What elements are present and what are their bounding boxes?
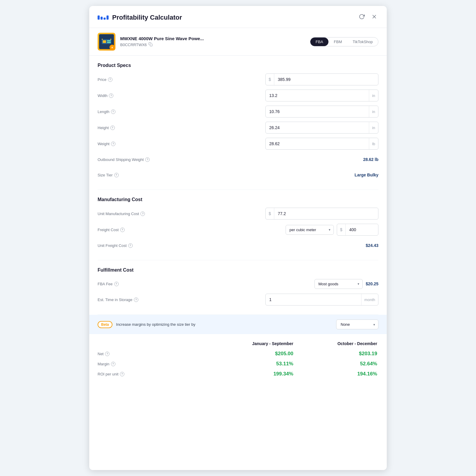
length-help-icon[interactable]: ? bbox=[111, 109, 115, 114]
unit-manufacturing-cost-help-icon[interactable]: ? bbox=[140, 212, 145, 216]
weight-value: lb bbox=[211, 138, 378, 150]
tab-fba[interactable]: FBA bbox=[310, 37, 328, 46]
fba-row: Most goods Clothing Shoes ▾ $20.25 bbox=[211, 279, 378, 289]
freight-cost-label: Freight Cost ? bbox=[98, 228, 211, 232]
product-image: a bbox=[98, 33, 115, 51]
roi-help-icon[interactable]: ? bbox=[120, 372, 124, 376]
price-input-wrapper: $ bbox=[265, 73, 378, 85]
height-suffix: in bbox=[369, 122, 378, 133]
net-help-icon[interactable]: ? bbox=[105, 352, 109, 356]
storage-input[interactable] bbox=[266, 295, 361, 304]
height-label: Height ? bbox=[98, 126, 211, 130]
period1-header: January - September bbox=[211, 341, 295, 346]
width-suffix: in bbox=[369, 90, 378, 101]
tab-fbm[interactable]: FBM bbox=[328, 37, 347, 46]
copy-icon[interactable] bbox=[148, 42, 153, 47]
net-value2: $203.19 bbox=[295, 351, 378, 357]
length-suffix: in bbox=[369, 106, 378, 117]
beta-badge: Beta bbox=[98, 321, 112, 328]
product-asin: B0CCRRTWX6 bbox=[120, 42, 305, 47]
bar4 bbox=[107, 15, 109, 20]
optimize-select[interactable]: None Small Standard Large Standard bbox=[336, 320, 378, 329]
height-value: in bbox=[211, 122, 378, 134]
length-row: Length ? in bbox=[98, 106, 378, 118]
svg-rect-5 bbox=[107, 42, 111, 43]
weight-input[interactable] bbox=[266, 139, 369, 148]
freight-row: per cubic meter per unit ▾ $ bbox=[211, 224, 378, 236]
width-input-wrapper: in bbox=[265, 90, 378, 101]
price-row: Price ? $ bbox=[98, 73, 378, 85]
logo-bars bbox=[98, 15, 109, 20]
est-time-in-storage-help-icon[interactable]: ? bbox=[134, 298, 138, 302]
app-title: Profitability Calculator bbox=[112, 14, 182, 21]
height-input[interactable] bbox=[266, 123, 369, 132]
freight-type-select[interactable]: per cubic meter per unit bbox=[286, 225, 333, 234]
asin-text: B0CCRRTWX6 bbox=[120, 43, 147, 47]
roi-row: ROI per unit ? 199.34% 194.16% bbox=[98, 371, 378, 377]
fba-fee-label: FBA Fee ? bbox=[98, 282, 211, 286]
unit-freight-cost-value: $24.43 bbox=[211, 243, 378, 248]
product-specs-section: Product Specs Price ? $ Width ? bbox=[98, 56, 378, 190]
length-label: Length ? bbox=[98, 109, 211, 114]
height-input-wrapper: in bbox=[265, 122, 378, 134]
weight-label: Weight ? bbox=[98, 142, 211, 146]
freight-amount-input-wrapper: $ bbox=[337, 224, 378, 236]
est-time-in-storage-value: month bbox=[211, 294, 378, 306]
width-help-icon[interactable]: ? bbox=[109, 93, 113, 98]
roi-label: ROI per unit ? bbox=[98, 372, 211, 376]
svg-rect-3 bbox=[103, 40, 106, 43]
close-button[interactable] bbox=[370, 12, 378, 22]
unit-manufacturing-cost-input[interactable] bbox=[274, 209, 378, 218]
net-label: Net ? bbox=[98, 352, 211, 356]
fulfillment-cost-title: Fulfillment Cost bbox=[98, 267, 378, 273]
svg-rect-4 bbox=[107, 40, 111, 42]
unit-manufacturing-cost-value: $ bbox=[211, 208, 378, 220]
refresh-button[interactable] bbox=[358, 12, 366, 22]
product-specs-title: Product Specs bbox=[98, 63, 378, 68]
outbound-shipping-weight-row: Outbound Shipping Weight ? 28.62 lb bbox=[98, 154, 378, 165]
roi-value1: 199.34% bbox=[211, 371, 295, 377]
freight-amount-input[interactable] bbox=[346, 225, 378, 234]
tab-tiktokshop[interactable]: TikTokShop bbox=[347, 37, 378, 46]
freight-amount-prefix: $ bbox=[337, 224, 346, 235]
scrollable-content: Product Specs Price ? $ Width ? bbox=[89, 56, 387, 315]
period-headers: January - September October - December bbox=[98, 341, 378, 346]
length-input[interactable] bbox=[266, 107, 369, 116]
fba-fee-select-wrapper: Most goods Clothing Shoes ▾ bbox=[314, 279, 363, 289]
unit-manufacturing-cost-input-wrapper: $ bbox=[265, 208, 378, 220]
size-tier-help-icon[interactable]: ? bbox=[114, 173, 119, 177]
unit-manufacturing-cost-label: Unit Manufacturing Cost ? bbox=[98, 212, 211, 216]
optimize-select-wrapper: None Small Standard Large Standard ▾ bbox=[336, 320, 378, 329]
length-value: in bbox=[211, 106, 378, 118]
svg-point-6 bbox=[102, 39, 103, 40]
freight-cost-help-icon[interactable]: ? bbox=[120, 228, 125, 232]
fba-fee-select[interactable]: Most goods Clothing Shoes bbox=[315, 279, 362, 289]
product-info: MWXNE 4000W Pure Sine Wave Powe... B0CCR… bbox=[120, 36, 305, 47]
fba-fee-row: FBA Fee ? Most goods Clothing Shoes ▾ bbox=[98, 278, 378, 289]
net-value1: $205.00 bbox=[211, 351, 295, 357]
price-help-icon[interactable]: ? bbox=[108, 77, 112, 82]
unit-freight-cost-row: Unit Freight Cost ? $24.43 bbox=[98, 240, 378, 251]
beta-banner: Beta Increase margins by optimizing the … bbox=[89, 315, 387, 334]
price-input[interactable] bbox=[274, 75, 378, 84]
margin-value1: 53.11% bbox=[211, 361, 295, 367]
height-row: Height ? in bbox=[98, 122, 378, 134]
freight-cost-row: Freight Cost ? per cubic meter per unit … bbox=[98, 224, 378, 236]
size-tier-label: Size Tier ? bbox=[98, 173, 211, 177]
unit-manufacturing-cost-prefix: $ bbox=[266, 208, 274, 219]
unit-freight-cost-help-icon[interactable]: ? bbox=[128, 243, 133, 248]
storage-input-wrapper: month bbox=[265, 294, 378, 306]
size-tier-value: Large Bulky bbox=[211, 173, 378, 177]
logo-icon bbox=[98, 15, 109, 20]
price-label: Price ? bbox=[98, 77, 211, 82]
height-help-icon[interactable]: ? bbox=[110, 126, 115, 130]
outbound-shipping-weight-help-icon[interactable]: ? bbox=[145, 157, 150, 162]
margin-help-icon[interactable]: ? bbox=[111, 362, 115, 366]
weight-help-icon[interactable]: ? bbox=[111, 142, 115, 146]
fba-fee-help-icon[interactable]: ? bbox=[114, 282, 119, 286]
results-section: January - September October - December N… bbox=[89, 334, 387, 388]
outbound-shipping-weight-label: Outbound Shipping Weight ? bbox=[98, 157, 211, 162]
svg-point-7 bbox=[110, 39, 112, 40]
margin-value2: 52.64% bbox=[295, 361, 378, 367]
width-input[interactable] bbox=[266, 91, 369, 100]
